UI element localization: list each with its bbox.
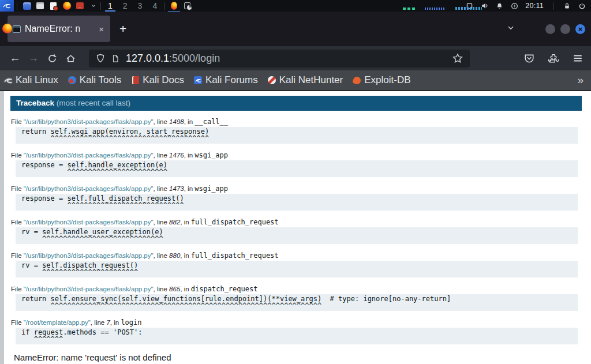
active-tab[interactable]: NameError: n ×: [8, 16, 110, 42]
lock-screen-icon[interactable]: [563, 2, 571, 10]
bookmark-label: Kali Linux: [16, 74, 58, 86]
in-label: , in: [180, 219, 191, 226]
window-maximize-button[interactable]: [560, 24, 570, 34]
frame-code-block[interactable]: response = self.handle_exception(e) ^^^^…: [16, 160, 578, 177]
firefox-icon: [63, 2, 71, 10]
line-label: , line: [91, 319, 107, 326]
forward-button[interactable]: →: [24, 52, 43, 65]
bookmark-kali-tools[interactable]: Kali Tools: [68, 74, 121, 86]
caret-underline: ^^^^^^^^^^^^^^^^^^^^^^^: [21, 268, 138, 276]
list-all-tabs-button[interactable]: [507, 24, 515, 34]
panel-activity-graph: [403, 7, 482, 10]
frame-source-location: File "/usr/lib/python3/dist-packages/fla…: [11, 185, 582, 193]
traceback-frame: File "/usr/lib/python3/dist-packages/fla…: [11, 185, 582, 211]
back-button[interactable]: ←: [6, 52, 24, 65]
file-path: "/root/template/app.py": [24, 319, 91, 326]
line-number: 1473: [169, 185, 184, 192]
new-tab-button[interactable]: +: [119, 22, 126, 36]
kali-nethunter-icon: [268, 76, 276, 85]
bookmark-kali-docs[interactable]: Kali Docs: [131, 74, 184, 86]
frame-source-location: File "/usr/lib/python3/dist-packages/fla…: [11, 252, 582, 260]
taskbar-terminal-window[interactable]: [183, 2, 192, 10]
file-label: File: [11, 152, 24, 159]
line-label: , line: [154, 152, 170, 159]
traceback-subtitle: (most recent call last): [54, 99, 130, 107]
line-label: , line: [154, 252, 170, 259]
menu-hamburger-icon[interactable]: [573, 53, 583, 63]
shield-permissions-icon[interactable]: [96, 54, 105, 63]
launcher-dropdown[interactable]: [89, 2, 98, 10]
frame-code-block[interactable]: rv = self.handle_user_exception(e) ^^^^^…: [16, 227, 578, 244]
notifications-bell-icon[interactable]: [495, 2, 504, 10]
folder-icon: [36, 2, 44, 9]
function-name: wsgi_app: [194, 185, 228, 193]
bookmark-kali-linux[interactable]: Kali Linux: [4, 74, 58, 86]
address-text[interactable]: 127.0.0.1:5000/login: [126, 52, 220, 65]
taskbar-firefox-window[interactable]: [170, 2, 178, 10]
frame-code-block[interactable]: if request.methods == 'POST': ^^^^^^^: [16, 328, 578, 344]
traceback-frames: File "/usr/lib/python3/dist-packages/fla…: [4, 118, 591, 344]
url-bar[interactable]: 127.0.0.1:5000/login: [89, 50, 470, 67]
tab-close-button[interactable]: ×: [98, 24, 105, 35]
power-off-icon[interactable]: [578, 2, 586, 10]
caret-underline: ^^^^^^^^^^^^^^^^^^^^^^^^^^^^^: [21, 235, 163, 243]
kali-dragon-icon: [4, 76, 13, 85]
function-name: login: [121, 318, 141, 327]
frame-source-location: File "/usr/lib/python3/dist-packages/fla…: [11, 286, 582, 293]
bookmark-exploit-db[interactable]: Exploit-DB: [353, 74, 410, 86]
traceback-frame: File "/root/template/app.py", line 7, in…: [11, 319, 582, 344]
frame-source-location: File "/usr/lib/python3/dist-packages/fla…: [11, 152, 582, 159]
firefox-icon: [171, 2, 177, 10]
bookmark-kali-nethunter[interactable]: Kali NetHunter: [268, 74, 343, 86]
launcher-terminal[interactable]: _: [76, 2, 84, 10]
pocket-icon[interactable]: [524, 53, 534, 63]
line-label: , line: [154, 185, 170, 192]
workspace-1[interactable]: 1: [106, 0, 114, 12]
panel-separator: [17, 2, 17, 10]
launcher-text-editor[interactable]: [49, 2, 58, 10]
window-minimize-button[interactable]: [545, 24, 555, 34]
file-label: File: [11, 219, 24, 226]
werkzeug-console-favicon: [13, 25, 21, 33]
clock[interactable]: 20:11: [525, 2, 544, 10]
traceback-frame: File "/usr/lib/python3/dist-packages/fla…: [11, 118, 582, 144]
terminal-icon: _: [76, 2, 84, 9]
frame-code-block[interactable]: response = self.full_dispatch_request() …: [16, 194, 578, 211]
caret-underline: ^^^^^^^: [21, 335, 63, 343]
kali-menu-button[interactable]: [0, 0, 14, 12]
launcher-window-manager[interactable]: [23, 2, 31, 10]
workspace-2[interactable]: 2: [121, 0, 129, 12]
bookmark-kali-forums[interactable]: Kali Forums: [194, 74, 258, 86]
site-info-page-icon[interactable]: [111, 54, 119, 63]
frame-code-block[interactable]: rv = self.dispatch_request() ^^^^^^^^^^^…: [16, 261, 578, 277]
file-label: File: [11, 286, 24, 292]
window-close-button[interactable]: ×: [575, 24, 585, 34]
file-label: File: [11, 118, 24, 125]
terminal-clock-icon: [184, 2, 190, 9]
file-path: "/usr/lib/python3/dist-packages/flask/ap…: [24, 152, 154, 159]
reload-button[interactable]: [43, 54, 61, 63]
file-label: File: [11, 252, 24, 259]
in-label: , in: [110, 319, 121, 326]
extensions-puzzle-icon[interactable]: [548, 53, 559, 63]
launcher-file-manager[interactable]: [36, 2, 44, 10]
file-label: File: [11, 185, 24, 192]
launcher-firefox[interactable]: [62, 2, 71, 10]
workspace-4[interactable]: 4: [151, 0, 159, 12]
file-path: "/usr/lib/python3/dist-packages/flask/ap…: [24, 185, 154, 192]
frame-source-location: File "/root/template/app.py", line 7, in…: [11, 319, 582, 327]
bookmark-label: Kali Tools: [80, 74, 121, 86]
function-name: dispatch_request: [191, 285, 258, 293]
workspace-3[interactable]: 3: [136, 0, 144, 12]
kali-dragon-icon: [3, 2, 11, 10]
panel-separator: [553, 2, 553, 10]
bookmarks-overflow-chevron[interactable]: »: [577, 74, 583, 87]
file-path: "/usr/lib/python3/dist-packages/flask/ap…: [24, 286, 154, 292]
frame-code-block[interactable]: return self.ensure_sync(self.view_functi…: [16, 294, 578, 311]
power-manager-icon[interactable]: [510, 2, 519, 10]
frame-code-block[interactable]: return self.wsgi_app(environ, start_resp…: [16, 127, 578, 144]
file-path: "/usr/lib/python3/dist-packages/flask/ap…: [24, 118, 154, 125]
traceback-title: Traceback: [16, 99, 54, 107]
bookmark-star-icon[interactable]: [452, 53, 463, 63]
home-button[interactable]: [61, 54, 80, 63]
